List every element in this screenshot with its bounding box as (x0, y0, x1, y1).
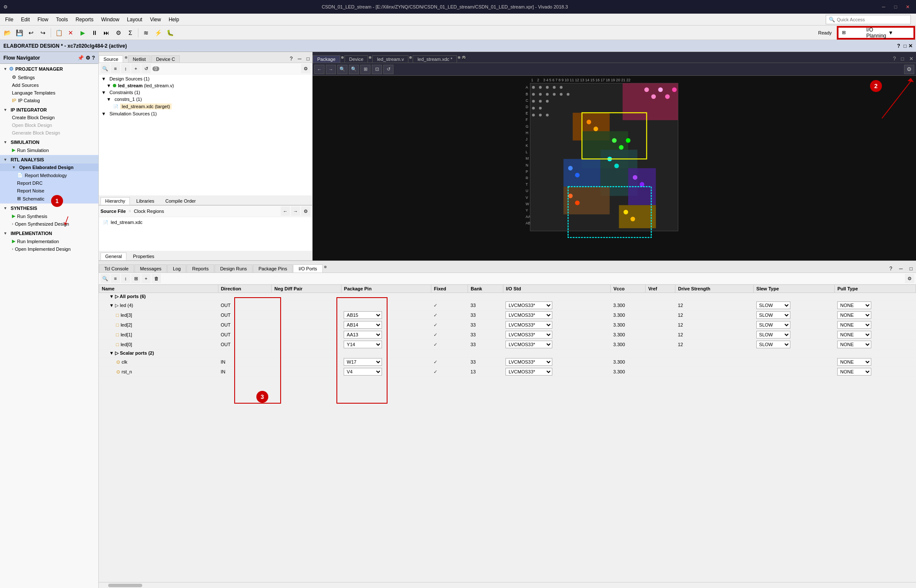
toolbar-redo[interactable]: ↪ (37, 27, 49, 38)
cell-led0-slew[interactable]: SLOW (754, 340, 835, 350)
cell-led3-slew[interactable]: SLOW (754, 310, 835, 320)
implementation-toggle[interactable]: ▼ IMPLEMENTATION (0, 229, 98, 237)
toolbar-open[interactable]: 📂 (2, 27, 13, 38)
design-help-icon[interactable]: ? (890, 55, 899, 63)
tab-xdc-close2[interactable]: × (462, 56, 465, 59)
nav-language-templates[interactable]: Language Templates (0, 89, 98, 97)
nav-report-noise[interactable]: Report Noise (0, 187, 98, 195)
close-elaborated-icon[interactable]: ✕ (908, 43, 913, 49)
tab-tcl-console[interactable]: Tcl Console (99, 264, 134, 272)
select-led3-slew[interactable]: SLOW (756, 311, 790, 319)
select-rstn-pin[interactable]: V4 (344, 368, 382, 376)
nav-report-methodology[interactable]: 📄 Report Methodology (0, 171, 98, 179)
cell-rstn-pin[interactable]: V4 (341, 367, 431, 377)
cell-rstn-iostd[interactable]: LVCMOS33* (503, 367, 611, 377)
toolbar-step[interactable]: ⏭ (101, 27, 112, 38)
toolbar-delete[interactable]: ✕ (65, 27, 76, 38)
cell-led1-slew[interactable]: SLOW (754, 330, 835, 340)
menu-help[interactable]: Help (165, 16, 183, 23)
select-led0-pull[interactable]: NONE (837, 341, 871, 348)
cell-led2-pull[interactable]: NONE (835, 320, 916, 330)
bottom-panel-help[interactable]: ? (886, 265, 896, 272)
menu-tools[interactable]: Tools (52, 16, 71, 23)
tab-led-stream-xdc[interactable]: led_stream.xdc * (413, 55, 457, 63)
cell-led-iostd[interactable]: LVCMOS33* (503, 301, 611, 310)
design-min-icon[interactable]: □ (899, 55, 907, 63)
nav-open-synthesized-design[interactable]: › Open Synthesized Design (0, 220, 98, 228)
tab-general[interactable]: General (101, 252, 126, 260)
select-led1-pin[interactable]: AA13 (344, 331, 382, 338)
menu-reports[interactable]: Reports (72, 16, 97, 23)
flow-nav-pin[interactable]: 📌 (78, 55, 84, 61)
cell-led2-pin[interactable]: AB14 (341, 320, 431, 330)
tab-reports[interactable]: Reports (187, 264, 214, 272)
select-led3-iostd[interactable]: LVCMOS33* (505, 311, 552, 319)
menu-edit[interactable]: Edit (17, 16, 33, 23)
nav-open-implemented-design[interactable]: › Open Implemented Design (0, 245, 98, 253)
quick-access-input[interactable] (837, 17, 908, 22)
toolbar-debug[interactable]: 🐛 (164, 27, 175, 38)
menu-layout[interactable]: Layout (123, 16, 146, 23)
source-refresh-btn[interactable]: ↺ (141, 64, 151, 73)
io-filter-btn[interactable]: ≡ (111, 274, 120, 283)
tab-design-runs[interactable]: Design Runs (215, 264, 253, 272)
scroll-thumb[interactable] (108, 584, 142, 587)
tab-device[interactable]: Device (345, 55, 368, 63)
tab-messages[interactable]: Messages (135, 264, 167, 272)
settings-gear[interactable]: ⚙ (904, 65, 914, 74)
tree-constrs1[interactable]: ▼ constrs_1 (1) (100, 96, 311, 103)
cell-led2-slew[interactable]: SLOW (754, 320, 835, 330)
refresh[interactable]: ↺ (383, 65, 393, 74)
source-panel-help[interactable]: ? (287, 55, 296, 63)
select-led1-slew[interactable]: SLOW (756, 331, 790, 338)
tab-compile-order[interactable]: Compile Order (161, 197, 201, 205)
nav-create-block-design[interactable]: Create Block Design (0, 114, 98, 121)
xdc-file-row[interactable]: 📄 led_stream.xdc (102, 219, 309, 226)
tab-xdc-close[interactable] (458, 56, 460, 59)
menu-view[interactable]: View (146, 16, 164, 23)
nav-open-elaborated-design[interactable]: ▼ Open Elaborated Design (0, 163, 98, 171)
select-led3-pin[interactable]: AB15 (344, 311, 382, 319)
tab-libraries[interactable]: Libraries (132, 197, 159, 205)
io-search-btn[interactable]: 🔍 (101, 274, 110, 283)
tab-package-pins[interactable]: Package Pins (253, 264, 293, 272)
nav-add-sources[interactable]: Add Sources (0, 81, 98, 89)
cell-led1-pin[interactable]: AA13 (341, 330, 431, 340)
nav-run-implementation[interactable]: ▶ Run Implementation (0, 237, 98, 245)
io-settings-btn[interactable]: ⚙ (905, 274, 914, 283)
io-expand-btn[interactable]: ⊞ (131, 274, 141, 283)
close-button[interactable]: ✕ (902, 2, 913, 12)
tab-device-close[interactable] (369, 56, 371, 59)
select-led2-slew[interactable]: SLOW (756, 321, 790, 329)
tab-close-dot[interactable] (125, 56, 127, 59)
tab-io-ports[interactable]: I/O Ports (293, 264, 322, 272)
cell-clk-pin[interactable]: W17 (341, 357, 431, 367)
io-planning-dropdown[interactable]: ⊞ I/O Planning ▼ (838, 27, 914, 39)
cell-led2-iostd[interactable]: LVCMOS33* (503, 320, 611, 330)
maximize-button[interactable]: □ (890, 2, 901, 12)
tab-led-v-close[interactable] (409, 56, 412, 59)
cell-led0-pin[interactable]: Y14 (341, 340, 431, 350)
nav-run-simulation[interactable]: ▶ Run Simulation (0, 146, 98, 154)
design-max-icon[interactable]: ✕ (907, 55, 916, 63)
tab-device-c[interactable]: Device C (151, 55, 180, 63)
source-file-arrow-right[interactable]: → (291, 207, 300, 216)
cell-led-pull[interactable]: NONE (835, 301, 916, 310)
menu-file[interactable]: File (2, 16, 17, 23)
cell-led0-pull[interactable]: NONE (835, 340, 916, 350)
synthesis-toggle[interactable]: ▼ SYNTHESIS (0, 204, 98, 212)
source-file-arrow-left[interactable]: ← (281, 207, 290, 216)
tree-xdc[interactable]: 📄 led_stream.xdc (target) (100, 103, 311, 110)
nav-run-synthesis[interactable]: ▶ Run Synthesis (0, 212, 98, 220)
toolbar-compile[interactable]: ⚙ (113, 27, 124, 38)
tab-netlist[interactable]: Netlist (128, 55, 151, 63)
select-led1-iostd[interactable]: LVCMOS33* (505, 331, 552, 338)
io-add-btn[interactable]: + (141, 274, 151, 283)
help-icon[interactable]: ? (897, 43, 900, 49)
bottom-panel-min[interactable]: ─ (896, 265, 906, 272)
toolbar-save[interactable]: 💾 (14, 27, 25, 38)
select-led2-pull[interactable]: NONE (837, 321, 871, 329)
select-clk-pin[interactable]: W17 (344, 358, 382, 366)
cell-led3-iostd[interactable]: LVCMOS33* (503, 310, 611, 320)
tab-source[interactable]: Source (99, 55, 123, 63)
